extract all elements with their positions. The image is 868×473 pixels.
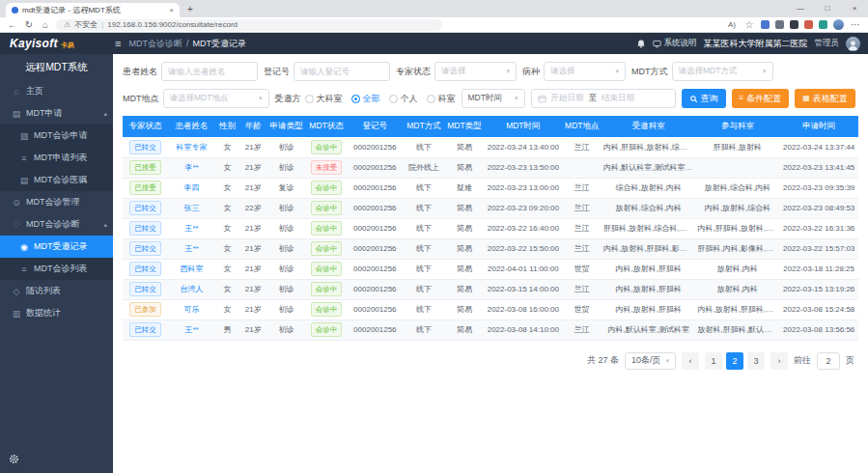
register-no-cell: 0002001256: [347, 178, 403, 198]
invitee-radio-3[interactable]: 科室: [427, 93, 456, 105]
mdt-date-range-picker[interactable]: 开始日期 至 结束日期: [531, 89, 676, 108]
address-bar[interactable]: ⚠ 不安全 | 192.168.0.156:9002/consultate/re…: [56, 19, 442, 31]
status-badge: 会诊中: [311, 181, 343, 195]
new-tab-button[interactable]: +: [187, 5, 193, 14]
register-no-cell: 0002001256: [347, 320, 403, 340]
avatar[interactable]: [846, 37, 860, 51]
joined-depts-cell: 内科,放射科,综合科: [696, 198, 780, 218]
back-icon[interactable]: ←: [7, 20, 18, 30]
sidebar-item-follow-up-list[interactable]: ◇随访列表: [0, 280, 113, 302]
mdt-mode-select[interactable]: 请选择MDT方式 ▾: [672, 62, 773, 81]
sidebar-item-mdt-consult-diagnosis[interactable]: ♡MDT会诊诊断▴: [0, 213, 113, 236]
chevron-down-icon: ▾: [506, 68, 510, 75]
table-config-icon: ▦: [802, 95, 810, 102]
page-button-3[interactable]: 3: [747, 352, 765, 370]
patient-name-link[interactable]: 科室专家: [177, 143, 208, 152]
sidebar-item-mdt-consult-apply[interactable]: ▧MDT会诊申请: [0, 125, 113, 147]
patient-name-link[interactable]: 王**: [185, 325, 199, 334]
url-divider: |: [101, 20, 103, 29]
settings-gear-icon[interactable]: [0, 448, 113, 473]
window-controls: — □ ×: [787, 0, 868, 16]
sidebar-item-mdt-invited-records[interactable]: ◉MDT受邀记录: [0, 236, 113, 258]
register-no-input[interactable]: [294, 62, 390, 81]
sidebar-item-mdt-consult-list[interactable]: ≡MDT会诊列表: [0, 258, 113, 280]
maximize-button[interactable]: □: [814, 0, 841, 16]
joined-depts-cell: 肝胆科,内科,影像科,放射科: [696, 238, 780, 259]
table-config-button[interactable]: ▦ 表格配置: [795, 89, 855, 108]
page-button-2[interactable]: 2: [726, 352, 743, 370]
browser-menu-icon[interactable]: ⋯: [850, 20, 861, 30]
patient-name-link[interactable]: 可乐: [184, 305, 200, 314]
next-page-button[interactable]: ›: [770, 352, 788, 370]
invitee-radio-1[interactable]: 全部: [351, 93, 380, 105]
system-title: 远程MDT系统: [0, 54, 113, 80]
sidebar-item-mdt-apply-list[interactable]: ≡MDT申请列表: [0, 147, 113, 169]
expert-status-select[interactable]: 请选择 ▾: [434, 62, 517, 81]
apply-type-cell: 初诊: [266, 299, 305, 320]
mdt-mode-cell: 线下: [403, 279, 444, 299]
patient-name-link[interactable]: 西科室: [181, 264, 204, 273]
system-help-button[interactable]: 系统说明: [653, 38, 697, 49]
extension-icon[interactable]: [804, 20, 813, 29]
invitee-radio-2[interactable]: 个人: [389, 93, 418, 105]
sidebar-item-mdt-apply[interactable]: ▤MDT申请▴: [0, 102, 113, 125]
patient-name-input[interactable]: [161, 62, 258, 81]
radio-label: 个人: [401, 93, 418, 105]
sidebar-item-mdt-consult-manage[interactable]: ⊙MDT会诊管理: [0, 191, 113, 213]
status-badge: 未接受: [311, 160, 343, 175]
table-row: 已参加可乐女21岁初诊会诊中0002001256线下简易2022-03-08 1…: [123, 299, 858, 320]
home-icon[interactable]: ⌂: [40, 20, 51, 30]
mdt-mode-cell: 线下: [403, 320, 444, 340]
sidebar-item-home[interactable]: ⌂主页: [0, 80, 113, 102]
invitee-radio-0[interactable]: 大科室: [305, 93, 343, 105]
tab-title: mdt受邀记录 - 远程MDT系统: [22, 5, 165, 15]
patient-name-link[interactable]: 张三: [184, 204, 200, 212]
prev-page-button[interactable]: ‹: [682, 352, 699, 370]
tab-close-icon[interactable]: ×: [169, 6, 174, 14]
favicon-icon: [12, 7, 18, 14]
disease-select[interactable]: 请选择 ▾: [544, 62, 626, 81]
search-button[interactable]: 查询: [682, 89, 726, 108]
browser-tab[interactable]: mdt受邀记录 - 远程MDT系统 ×: [6, 3, 180, 17]
sidebar-item-data-statistics[interactable]: ▥数据统计: [0, 302, 113, 324]
status-badge: 已转交: [129, 221, 161, 236]
jump-suffix: 页: [846, 354, 854, 367]
extension-icon[interactable]: [761, 20, 770, 29]
notification-bell-icon[interactable]: [636, 39, 646, 49]
column-header-7: MDT方式: [403, 116, 444, 137]
hamburger-icon[interactable]: ≡: [115, 39, 121, 49]
page-button-1[interactable]: 1: [705, 352, 722, 370]
browser-profile-avatar[interactable]: [833, 19, 844, 30]
condition-config-button[interactable]: ≡ 条件配置: [732, 89, 790, 108]
age-cell: 21岁: [239, 238, 266, 259]
date-separator: 至: [589, 93, 598, 104]
extension-icon[interactable]: [790, 20, 798, 29]
age-cell: 21岁: [239, 279, 266, 299]
user-role: 管理员: [815, 38, 840, 49]
page-size-select[interactable]: 10条/页 ▾: [625, 352, 676, 370]
extension-icon[interactable]: [775, 20, 784, 29]
gender-cell: 男: [215, 320, 239, 340]
column-header-0: 专家状态: [123, 116, 168, 137]
minimize-button[interactable]: —: [787, 0, 814, 16]
patient-name-link[interactable]: 台湾人: [181, 285, 204, 293]
patient-name-link[interactable]: 李四: [184, 183, 200, 192]
patient-name-link[interactable]: 李**: [185, 163, 199, 172]
page-jump-input[interactable]: [817, 352, 840, 370]
invited-depts-cell: 内科,放射科,肝胆科,影像科: [602, 238, 696, 259]
read-aloud-icon[interactable]: A): [726, 21, 738, 29]
invited-depts-cell: 肝胆科,放射科,综合科,内科: [602, 218, 696, 238]
patient-name-cell: 王**: [168, 238, 215, 259]
favorites-star-icon[interactable]: ☆: [743, 20, 755, 30]
mdt-time-field-select[interactable]: MDT时间 ▾: [462, 89, 525, 108]
sidebar-item-mdt-consult-order[interactable]: ▤MDT会诊医嘱: [0, 169, 113, 191]
patient-name-link[interactable]: 王**: [185, 244, 199, 253]
refresh-icon[interactable]: ↻: [23, 20, 35, 30]
patient-name-link[interactable]: 王**: [185, 224, 199, 233]
mdt-place-select[interactable]: 请选择MDT地点 ▾: [163, 89, 269, 108]
sidebar-item-label: 数据统计: [26, 307, 61, 320]
close-button[interactable]: ×: [841, 0, 868, 16]
extension-icon[interactable]: [819, 20, 827, 29]
order-icon: ▤: [19, 176, 29, 185]
filter-row-2: MDT地点 请选择MDT地点 ▾ 受邀方 大科室全部个人科室 MDT时间 ▾: [123, 89, 858, 108]
